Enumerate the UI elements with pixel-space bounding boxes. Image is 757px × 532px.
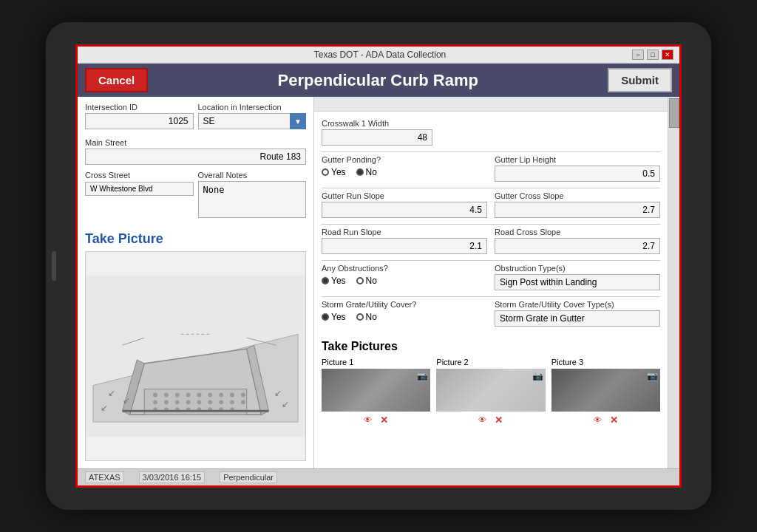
- picture-3-icons: 👁 ✕: [591, 414, 620, 426]
- svg-text:↙: ↙: [123, 395, 130, 406]
- divider-2: [322, 188, 660, 188]
- gutter-cross-slope-input[interactable]: [495, 202, 660, 218]
- select-arrow-icon: ▼: [290, 113, 306, 129]
- storm-grate-yes-label[interactable]: Yes: [322, 312, 346, 322]
- status-type: Perpendicular: [220, 471, 277, 483]
- picture-2-icons: 👁 ✕: [476, 414, 506, 426]
- svg-text:↙: ↙: [282, 399, 289, 409]
- picture-3-camera-icon: 📷: [647, 371, 658, 381]
- take-pictures-section: Take Pictures Picture 1 📷 👁 ✕: [314, 337, 679, 430]
- submit-button[interactable]: Submit: [608, 68, 672, 92]
- obstruction-types-field: Obstruction Type(s): [495, 264, 660, 290]
- status-bar: ATEXAS 3/03/2016 16:15 Perpendicular: [78, 468, 679, 485]
- gutter-ponding-label: Gutter Ponding?: [322, 155, 487, 164]
- obstructions-yes-radio[interactable]: [322, 277, 329, 284]
- any-obstructions-radios: Yes No: [322, 274, 487, 287]
- title-bar: Texas DOT - ADA Data Collection − □ ✕: [78, 47, 679, 64]
- pictures-row: Picture 1 📷 👁 ✕ Pic: [322, 358, 660, 426]
- gutter-lip-height-label: Gutter Lip Height: [495, 155, 660, 164]
- obstruction-types-label: Obstruction Type(s): [495, 264, 660, 273]
- scrollbar-thumb[interactable]: [669, 98, 679, 128]
- close-button[interactable]: ✕: [662, 50, 673, 60]
- app-title-bar: Texas DOT - ADA Data Collection: [128, 50, 632, 60]
- picture-area[interactable]: ↙ ↙ ↙ ↙ ↙: [85, 251, 306, 461]
- status-datetime: 3/03/2016 16:15: [139, 471, 206, 483]
- svg-text:↙: ↙: [108, 388, 115, 398]
- svg-point-22: [230, 400, 234, 404]
- gutter-ponding-field: Gutter Ponding? Yes No: [322, 155, 487, 182]
- svg-point-8: [175, 393, 180, 398]
- storm-grate-no-radio[interactable]: [356, 313, 364, 321]
- tablet-screen: Texas DOT - ADA Data Collection − □ ✕ Ca…: [75, 44, 682, 488]
- gutter-cross-slope-label: Gutter Cross Slope: [495, 191, 660, 200]
- svg-point-12: [219, 393, 223, 398]
- road-cross-slope-field: Road Cross Slope: [495, 228, 660, 254]
- obstructions-no-radio[interactable]: [356, 277, 364, 284]
- picture-3-label: Picture 3: [551, 358, 583, 366]
- picture-1-eye-icon[interactable]: 👁: [361, 414, 375, 426]
- divider-1: [322, 151, 660, 152]
- gutter-lip-height-field: Gutter Lip Height: [495, 155, 660, 182]
- main-street-input[interactable]: [85, 149, 306, 165]
- gutter-ponding-no-radio[interactable]: [356, 168, 364, 176]
- take-picture-label[interactable]: Take Picture: [78, 227, 313, 251]
- picture-2-delete-icon[interactable]: ✕: [492, 414, 506, 426]
- crosswalk-width-input[interactable]: [322, 129, 432, 146]
- right-content: Crosswalk 1 Width Gutter Ponding? Yes: [314, 115, 679, 337]
- picture-1-box[interactable]: 📷: [322, 369, 430, 412]
- svg-point-19: [197, 400, 201, 404]
- gutter-ponding-no-label[interactable]: No: [356, 167, 377, 177]
- location-select-wrapper: SENENWSW ▼: [198, 113, 307, 129]
- main-street-row: Main Street: [78, 135, 313, 168]
- svg-point-13: [230, 393, 234, 398]
- location-label: Location in Intersection: [198, 103, 307, 112]
- scrollbar[interactable]: [668, 97, 679, 468]
- picture-1-icons: 👁 ✕: [361, 414, 391, 426]
- obstructions-no-label[interactable]: No: [356, 276, 377, 286]
- overall-notes-textarea[interactable]: None: [198, 181, 307, 218]
- storm-grate-type-input[interactable]: [495, 310, 660, 327]
- divider-4: [322, 260, 660, 261]
- road-cross-slope-label: Road Cross Slope: [495, 228, 660, 236]
- gutter-ponding-row: Gutter Ponding? Yes No: [322, 155, 660, 182]
- gutter-run-slope-input[interactable]: [322, 202, 487, 218]
- take-pictures-title: Take Pictures: [322, 340, 660, 353]
- intersection-id-input[interactable]: [85, 113, 194, 129]
- picture-2-item: Picture 2 📷 👁 ✕: [436, 358, 545, 426]
- svg-point-18: [186, 400, 191, 404]
- picture-1-label: Picture 1: [322, 358, 353, 366]
- maximize-button[interactable]: □: [647, 50, 659, 60]
- window-controls: − □ ✕: [632, 50, 673, 60]
- gutter-ponding-yes-radio[interactable]: [322, 168, 329, 176]
- svg-point-16: [164, 400, 169, 404]
- minimize-button[interactable]: −: [632, 50, 644, 60]
- picture-3-delete-icon[interactable]: ✕: [607, 414, 620, 426]
- picture-3-eye-icon[interactable]: 👁: [591, 414, 604, 426]
- road-slopes-row: Road Run Slope Road Cross Slope: [322, 228, 660, 254]
- gutter-lip-height-input[interactable]: [495, 166, 660, 182]
- cross-street-input[interactable]: [85, 182, 194, 196]
- storm-grate-yes-radio[interactable]: [322, 313, 329, 321]
- svg-text:↙: ↙: [101, 403, 108, 413]
- svg-point-9: [186, 393, 191, 398]
- svg-point-20: [208, 400, 212, 404]
- road-run-slope-input[interactable]: [322, 238, 487, 254]
- picture-3-box[interactable]: 📷: [551, 369, 660, 412]
- road-run-slope-field: Road Run Slope: [322, 228, 487, 254]
- any-obstructions-field: Any Obstructions? Yes No: [322, 264, 487, 290]
- obstruction-types-input[interactable]: [495, 274, 660, 290]
- picture-1-delete-icon[interactable]: ✕: [378, 414, 391, 426]
- gutter-ponding-yes-label[interactable]: Yes: [322, 167, 346, 177]
- picture-2-eye-icon[interactable]: 👁: [476, 414, 489, 426]
- app-body: Intersection ID Location in Intersection…: [78, 97, 679, 468]
- crosswalk-width-row: Crosswalk 1 Width: [322, 119, 660, 146]
- cancel-button[interactable]: Cancel: [85, 68, 148, 92]
- obstructions-yes-label[interactable]: Yes: [322, 276, 346, 286]
- storm-grate-no-label[interactable]: No: [356, 312, 377, 322]
- tablet-frame: Texas DOT - ADA Data Collection − □ ✕ Ca…: [46, 22, 711, 510]
- road-cross-slope-input[interactable]: [495, 238, 660, 254]
- notes-cross-grid: Cross Street Overall Notes None: [78, 168, 313, 227]
- picture-2-box[interactable]: 📷: [436, 369, 545, 412]
- storm-grate-field: Storm Grate/Utility Cover? Yes No: [322, 300, 487, 327]
- storm-grate-radios: Yes No: [322, 310, 487, 324]
